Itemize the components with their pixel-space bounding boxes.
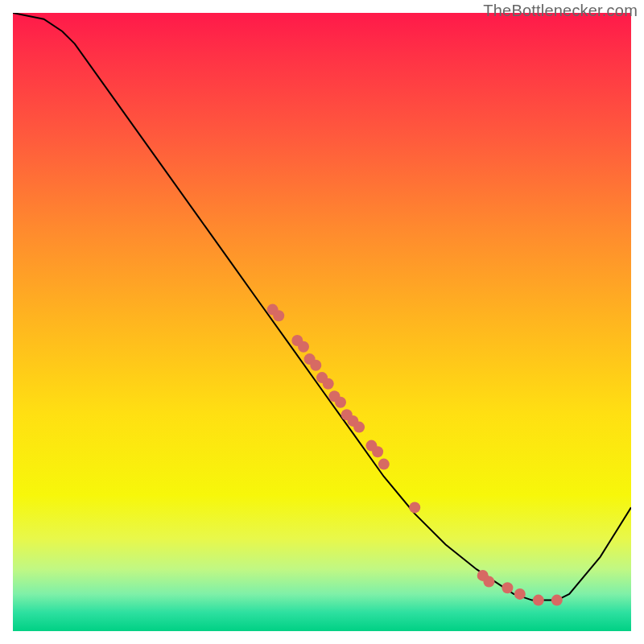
scatter-dot xyxy=(409,502,420,513)
scatter-dot xyxy=(514,588,526,600)
scatter-dot xyxy=(353,422,365,433)
scatter-dot xyxy=(310,360,321,371)
scatter-dot xyxy=(483,576,494,588)
scatter-dot xyxy=(533,595,544,606)
scatter-dot xyxy=(335,397,346,408)
scatter-dots xyxy=(267,304,563,606)
scatter-dot xyxy=(551,595,563,606)
scatter-dot xyxy=(298,341,309,353)
scatter-dot xyxy=(378,459,390,470)
scatter-dot xyxy=(502,582,513,593)
scatter-dot xyxy=(323,378,334,390)
plot-area xyxy=(13,13,631,631)
chart-svg xyxy=(13,13,631,631)
page-title: TheBottlenecker.com xyxy=(483,2,638,20)
curve-path xyxy=(13,13,631,601)
scatter-dot xyxy=(372,446,383,457)
scatter-dot xyxy=(273,310,284,321)
